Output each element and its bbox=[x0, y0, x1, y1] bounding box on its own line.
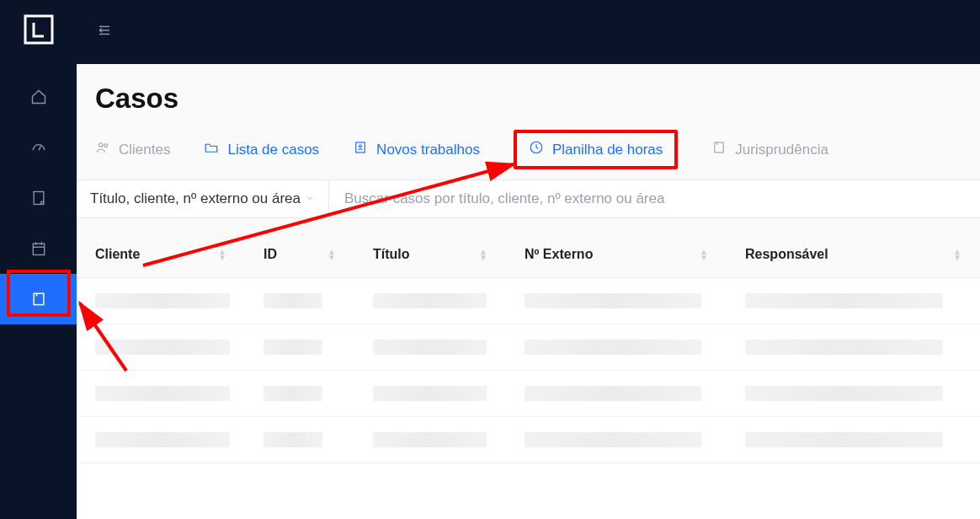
filter-field-selector[interactable]: Título, cliente, nº externo ou área bbox=[77, 180, 329, 217]
nav-docs[interactable] bbox=[0, 173, 77, 223]
tab-planilha-horas[interactable]: Planilha de horas bbox=[514, 130, 678, 169]
sort-icon: ▲▼ bbox=[700, 249, 708, 260]
nav-calendar[interactable] bbox=[0, 223, 77, 274]
skeleton-cell bbox=[95, 293, 230, 308]
search-input[interactable] bbox=[344, 190, 965, 207]
svg-point-2 bbox=[40, 201, 43, 204]
th-label: Cliente bbox=[95, 247, 140, 262]
th-label: Responsável bbox=[745, 247, 828, 262]
skeleton-cell bbox=[264, 293, 322, 308]
th-externo[interactable]: Nº Externo▲▼ bbox=[506, 232, 727, 277]
skeleton-cell bbox=[525, 293, 701, 308]
skeleton-cell bbox=[745, 340, 943, 355]
book-icon bbox=[711, 140, 727, 159]
sort-icon: ▲▼ bbox=[218, 249, 226, 260]
skeleton-cell bbox=[264, 432, 322, 447]
filter-bar: Título, cliente, nº externo ou área bbox=[77, 179, 980, 218]
filter-search-wrap bbox=[329, 180, 980, 217]
skeleton-cell bbox=[373, 386, 487, 401]
nav-home[interactable] bbox=[0, 72, 77, 122]
tab-label: Lista de casos bbox=[227, 142, 319, 158]
skeleton-cell bbox=[373, 340, 487, 355]
topbar bbox=[77, 0, 980, 64]
table-row[interactable] bbox=[77, 371, 980, 417]
skeleton-cell bbox=[264, 386, 322, 401]
sort-icon: ▲▼ bbox=[479, 249, 487, 260]
cases-table: Cliente▲▼ ID▲▼ Título▲▼ Nº Externo▲▼ Res… bbox=[77, 218, 980, 463]
tab-jurisprudencia[interactable]: Jurisprudência bbox=[711, 133, 828, 166]
app-logo bbox=[22, 13, 56, 46]
nav-dashboard[interactable] bbox=[0, 122, 77, 173]
tab-label: Novos trabalhos bbox=[376, 142, 480, 158]
skeleton-cell bbox=[745, 386, 943, 401]
th-label: Título bbox=[373, 247, 410, 262]
sort-icon: ▲▼ bbox=[953, 249, 961, 260]
svg-point-6 bbox=[104, 144, 108, 147]
table-row[interactable] bbox=[77, 324, 980, 371]
svg-rect-1 bbox=[34, 192, 44, 205]
tab-lista-casos[interactable]: Lista de casos bbox=[204, 133, 319, 166]
tab-label: Jurisprudência bbox=[735, 142, 828, 158]
chevron-down-icon bbox=[305, 190, 315, 207]
tab-label: Clientes bbox=[119, 142, 170, 158]
tabs: Clientes Lista de casos Novos trabalhos … bbox=[95, 130, 980, 179]
th-label: Nº Externo bbox=[525, 247, 593, 262]
skeleton-cell bbox=[95, 386, 230, 401]
users-icon bbox=[95, 140, 110, 159]
folder-icon bbox=[204, 140, 219, 159]
th-cliente[interactable]: Cliente▲▼ bbox=[77, 232, 245, 277]
skeleton-cell bbox=[95, 432, 230, 447]
skeleton-cell bbox=[745, 432, 943, 447]
svg-point-8 bbox=[360, 145, 362, 147]
new-work-icon bbox=[353, 140, 368, 159]
toggle-sidebar-button[interactable] bbox=[97, 23, 112, 41]
skeleton-cell bbox=[525, 340, 701, 355]
skeleton-cell bbox=[525, 386, 701, 401]
skeleton-cell bbox=[745, 293, 943, 308]
svg-point-5 bbox=[99, 143, 104, 147]
page-title: Casos bbox=[95, 83, 980, 115]
skeleton-cell bbox=[373, 432, 487, 447]
table-header: Cliente▲▼ ID▲▼ Título▲▼ Nº Externo▲▼ Res… bbox=[77, 232, 980, 278]
filter-select-label: Título, cliente, nº externo ou área bbox=[90, 190, 301, 207]
table-row[interactable] bbox=[77, 417, 980, 463]
th-id[interactable]: ID▲▼ bbox=[245, 232, 354, 277]
th-resp[interactable]: Responsável▲▼ bbox=[727, 232, 980, 277]
svg-rect-4 bbox=[34, 293, 44, 304]
tab-label: Planilha de horas bbox=[552, 142, 663, 158]
th-titulo[interactable]: Título▲▼ bbox=[354, 232, 506, 277]
tab-novos-trabalhos[interactable]: Novos trabalhos bbox=[353, 133, 480, 166]
tab-clientes[interactable]: Clientes bbox=[95, 133, 170, 166]
skeleton-cell bbox=[264, 340, 322, 355]
skeleton-cell bbox=[373, 293, 487, 308]
page-header: Casos Clientes Lista de casos Novos trab… bbox=[77, 64, 980, 179]
main-content: Casos Clientes Lista de casos Novos trab… bbox=[77, 64, 980, 519]
sidebar bbox=[0, 0, 77, 519]
th-label: ID bbox=[264, 247, 277, 262]
clock-icon bbox=[529, 140, 544, 159]
svg-rect-10 bbox=[715, 142, 724, 152]
skeleton-cell bbox=[525, 432, 701, 447]
table-row[interactable] bbox=[77, 278, 980, 324]
svg-rect-3 bbox=[33, 243, 44, 254]
skeleton-cell bbox=[95, 340, 230, 355]
table-body bbox=[77, 278, 980, 463]
svg-rect-0 bbox=[25, 16, 52, 43]
sort-icon: ▲▼ bbox=[328, 249, 336, 260]
nav-cases[interactable] bbox=[0, 274, 77, 324]
